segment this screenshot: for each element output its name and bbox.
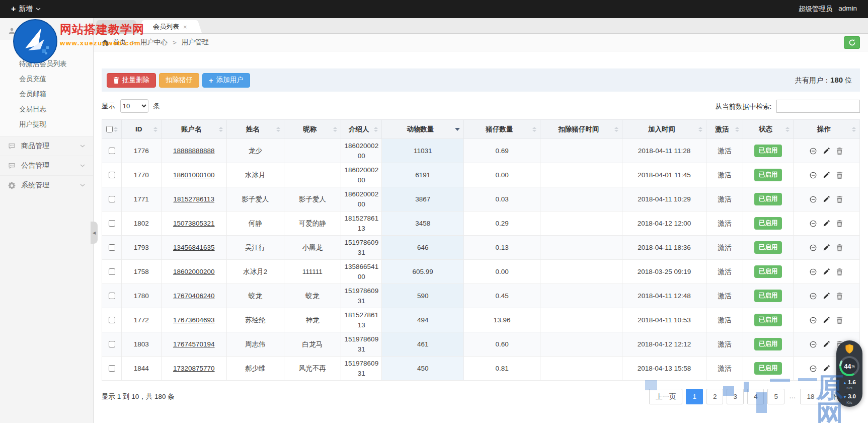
disable-user-icon[interactable] [810, 317, 817, 324]
tab-1[interactable]: 会员列表× [144, 20, 196, 33]
row-checkbox[interactable] [109, 220, 115, 227]
select-all-header[interactable] [102, 120, 122, 139]
account-link[interactable]: 18601000100 [173, 171, 215, 179]
delete-user-icon[interactable] [836, 268, 843, 275]
page-size-select[interactable]: 10 [120, 99, 148, 113]
column-header-11[interactable]: 操作 [793, 120, 859, 139]
disable-user-icon[interactable] [810, 341, 817, 348]
edit-user-icon[interactable] [823, 341, 830, 347]
row-checkbox[interactable] [109, 244, 115, 251]
refresh-button[interactable] [844, 36, 860, 49]
sidebar-group-2[interactable]: 公告管理 [0, 156, 93, 175]
breadcrumb-item[interactable]: 首页 [113, 38, 126, 47]
disable-user-icon[interactable] [810, 244, 817, 251]
account-link[interactable]: 17673604693 [173, 316, 215, 324]
breadcrumb-bar: 首页>用户中心>用户管理 [94, 34, 868, 51]
column-header-4[interactable]: 介绍人 [341, 120, 382, 139]
tab-0[interactable] [99, 20, 134, 33]
shield-icon [845, 344, 854, 354]
sidebar-group-1[interactable]: 商品管理 [0, 136, 93, 156]
page-button-1[interactable]: 1 [686, 389, 703, 404]
delete-user-icon[interactable] [836, 244, 843, 251]
disable-user-icon[interactable] [810, 148, 817, 155]
disable-user-icon[interactable] [810, 365, 817, 372]
edit-user-icon[interactable] [823, 268, 830, 275]
search-input[interactable] [776, 100, 860, 113]
column-header-5[interactable]: 动物数量 [382, 120, 463, 139]
account-link[interactable]: 15073805321 [173, 220, 215, 227]
sidebar-group-3[interactable]: 系统管理 [0, 175, 93, 195]
edit-user-icon[interactable] [823, 365, 830, 372]
edit-user-icon[interactable] [823, 172, 830, 178]
row-checkbox[interactable] [109, 341, 115, 347]
disable-user-icon[interactable] [810, 293, 817, 300]
delete-user-icon[interactable] [836, 148, 843, 155]
disable-user-icon[interactable] [810, 268, 817, 275]
column-header-7[interactable]: 扣除猪仔时间 [540, 120, 622, 139]
add-new-menu[interactable]: + 新增 [11, 5, 41, 14]
sidebar-item[interactable]: 会员充值 [0, 72, 93, 87]
page-button-5[interactable]: 5 [767, 389, 784, 404]
delete-user-icon[interactable] [836, 172, 843, 179]
sidebar-item[interactable]: 交易日志 [0, 102, 93, 117]
account-link[interactable]: 17670406240 [173, 292, 215, 300]
column-header-6[interactable]: 猪仔数量 [463, 120, 540, 139]
disable-user-icon[interactable] [810, 196, 817, 203]
row-checkbox[interactable] [109, 148, 115, 154]
breadcrumb-item[interactable]: 用户中心 [140, 38, 168, 47]
tab-close-icon[interactable]: × [183, 24, 187, 30]
user-info[interactable]: 超级管理员 admin [799, 5, 857, 14]
account-link[interactable]: 18888888888 [173, 147, 215, 155]
row-checkbox[interactable] [109, 365, 115, 372]
delete-user-icon[interactable] [836, 293, 843, 300]
row-checkbox[interactable] [109, 268, 115, 275]
row-checkbox[interactable] [109, 317, 115, 323]
row-checkbox[interactable] [109, 196, 115, 202]
sidebar-group-0[interactable]: 会员管理 [0, 21, 93, 40]
column-header-3[interactable]: 昵称 [284, 120, 341, 139]
select-all-checkbox[interactable] [106, 126, 113, 132]
column-header-2[interactable]: 姓名 [226, 120, 284, 139]
page-button-3[interactable]: 3 [727, 389, 744, 404]
account-link[interactable]: 17320875770 [173, 365, 215, 372]
account-link[interactable]: 18602000200 [173, 268, 215, 275]
deduct-piglet-label: 扣除猪仔 [166, 76, 193, 85]
row-checkbox[interactable] [109, 293, 115, 299]
column-header-9[interactable]: 激活 [706, 120, 743, 139]
delete-user-icon[interactable] [836, 220, 843, 227]
sidebar-collapse-handle[interactable]: ◀ [91, 222, 98, 244]
column-header-0[interactable]: ID [121, 120, 161, 139]
edit-user-icon[interactable] [823, 244, 830, 251]
prev-page-button[interactable]: 上一页 [649, 389, 683, 404]
delete-user-icon[interactable] [836, 317, 843, 324]
sidebar-item[interactable]: 会员列表 [0, 41, 93, 56]
edit-user-icon[interactable] [823, 196, 830, 202]
arrow-down-icon: ▼ [843, 395, 847, 399]
column-header-10[interactable]: 状态 [743, 120, 794, 139]
edit-user-icon[interactable] [823, 317, 830, 323]
disable-user-icon[interactable] [810, 172, 817, 179]
edit-user-icon[interactable] [823, 293, 830, 299]
deduct-piglet-button[interactable]: 扣除猪仔 [159, 73, 199, 88]
column-header-1[interactable]: 账户名 [161, 120, 226, 139]
add-user-button[interactable]: + 添加用户 [202, 73, 250, 88]
page-button-18[interactable]: 18 [800, 389, 821, 404]
account-link[interactable]: 18152786113 [173, 195, 214, 203]
page-button-2[interactable]: 2 [706, 389, 724, 404]
delete-user-icon[interactable] [836, 196, 843, 203]
account-link[interactable]: 17674570194 [173, 340, 215, 348]
disable-user-icon[interactable] [810, 220, 817, 227]
edit-user-icon[interactable] [823, 220, 830, 227]
batch-delete-button[interactable]: 批量删除 [107, 73, 156, 88]
account-link[interactable]: 13456841635 [173, 244, 215, 251]
cell-referrer: 15197860931 [341, 332, 382, 357]
row-checkbox[interactable] [109, 172, 115, 178]
page-button-4[interactable]: 4 [747, 389, 764, 404]
column-header-8[interactable]: 加入时间 [622, 120, 706, 139]
edit-user-icon[interactable] [823, 148, 830, 154]
system-monitor-widget[interactable]: 44% ▲1.6 K/s ▼3.0 K/s [836, 340, 862, 407]
sidebar-item[interactable]: 待激活会员列表 [0, 56, 93, 72]
sidebar-item[interactable]: 用户提现 [0, 117, 93, 132]
sort-icon [219, 127, 223, 132]
sidebar-item[interactable]: 会员邮箱 [0, 87, 93, 102]
